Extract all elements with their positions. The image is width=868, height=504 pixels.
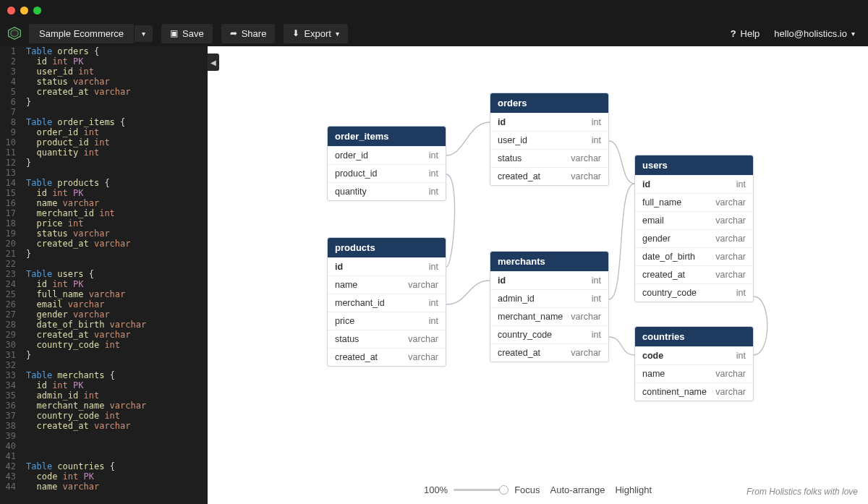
code-line[interactable]: 13 (0, 168, 208, 178)
code-line[interactable]: 18 price int (0, 218, 208, 228)
code-line[interactable]: 37 country_code int (0, 411, 208, 421)
code-line[interactable]: 34 id int PK (0, 380, 208, 390)
zoom-slider-track[interactable] (454, 489, 504, 491)
field-row[interactable]: merchant_namevarchar (490, 307, 608, 325)
code-line[interactable]: 22 (0, 259, 208, 269)
code-line[interactable]: 23Table users { (0, 269, 208, 279)
zoom-slider-thumb[interactable] (499, 485, 509, 495)
code-line[interactable]: 33Table merchants { (0, 370, 208, 380)
code-line[interactable]: 27 gender varchar (0, 309, 208, 320)
code-line[interactable]: 38 created_at varchar (0, 421, 208, 431)
field-row[interactable]: country_codeint (635, 283, 753, 302)
table-header[interactable]: products (328, 238, 446, 257)
field-row[interactable]: product_idint (328, 164, 446, 182)
code-line[interactable]: 7 (0, 107, 208, 117)
field-row[interactable]: created_atvarchar (490, 167, 608, 185)
field-row[interactable]: merchant_idint (328, 294, 446, 312)
code-line[interactable]: 3 user_id int (0, 67, 208, 77)
code-line[interactable]: 4 status varchar (0, 77, 208, 87)
window-minimize-icon[interactable] (20, 7, 28, 14)
table-users[interactable]: usersidintfull_namevarcharemailvarcharge… (634, 155, 754, 302)
field-row[interactable]: namevarchar (635, 364, 753, 383)
code-line[interactable]: 10 product_id int (0, 137, 208, 148)
table-header[interactable]: countries (635, 327, 753, 346)
code-line[interactable]: 41 (0, 451, 208, 461)
field-row[interactable]: idint (635, 175, 753, 193)
field-row[interactable]: user_idint (490, 131, 608, 149)
code-line[interactable]: 44 name varchar (0, 482, 208, 492)
field-row[interactable]: order_idint (328, 146, 446, 164)
code-editor[interactable]: 1Table orders {2 id int PK3 user_id int4… (0, 46, 208, 504)
table-orders[interactable]: ordersidintuser_idintstatusvarcharcreate… (490, 93, 609, 186)
window-close-icon[interactable] (7, 7, 15, 14)
field-row[interactable]: statusvarchar (490, 149, 608, 167)
code-line[interactable]: 39 (0, 431, 208, 441)
code-line[interactable]: 12} (0, 158, 208, 168)
field-row[interactable]: created_atvarchar (328, 348, 446, 366)
field-row[interactable]: admin_idint (490, 289, 608, 307)
field-row[interactable]: full_namevarchar (635, 193, 753, 211)
field-row[interactable]: created_atvarchar (635, 265, 753, 283)
field-row[interactable]: idint (490, 113, 608, 131)
save-button[interactable]: ▣ Save (161, 24, 213, 43)
focus-button[interactable]: Focus (514, 484, 540, 495)
code-line[interactable]: 14Table products { (0, 178, 208, 188)
zoom-control[interactable]: 100% (424, 484, 504, 495)
collapse-editor-handle[interactable]: ◀ (208, 54, 219, 71)
field-row[interactable]: quantityint (328, 182, 446, 200)
code-line[interactable]: 29 created_at varchar (0, 330, 208, 340)
field-row[interactable]: continent_namevarchar (635, 383, 753, 401)
code-line[interactable]: 15 id int PK (0, 188, 208, 198)
auto-arrange-button[interactable]: Auto-arrange (550, 484, 605, 495)
code-line[interactable]: 20 created_at varchar (0, 239, 208, 249)
code-line[interactable]: 21} (0, 249, 208, 259)
code-line[interactable]: 43 code int PK (0, 471, 208, 482)
code-line[interactable]: 17 merchant_id int (0, 208, 208, 218)
field-row[interactable]: gendervarchar (635, 229, 753, 247)
field-row[interactable]: idint (328, 257, 446, 276)
highlight-button[interactable]: Highlight (615, 484, 652, 495)
code-line[interactable]: 42Table countries { (0, 461, 208, 471)
code-line[interactable]: 16 name varchar (0, 198, 208, 208)
table-merchants[interactable]: merchantsidintadmin_idintmerchant_nameva… (490, 251, 609, 362)
table-header[interactable]: users (635, 155, 753, 175)
field-row[interactable]: idint (490, 271, 608, 289)
code-line[interactable]: 2 id int PK (0, 56, 208, 67)
table-order-items[interactable]: order_itemsorder_idintproduct_idintquant… (327, 126, 446, 201)
project-dropdown-icon[interactable]: ▾ (134, 25, 153, 42)
field-row[interactable]: codeint (635, 346, 753, 364)
table-countries[interactable]: countriescodeintnamevarcharcontinent_nam… (634, 326, 754, 401)
code-line[interactable]: 31} (0, 350, 208, 360)
code-line[interactable]: 5 created_at varchar (0, 87, 208, 97)
field-row[interactable]: country_codeint (490, 325, 608, 343)
code-line[interactable]: 24 id int PK (0, 279, 208, 289)
code-line[interactable]: 6} (0, 97, 208, 107)
export-button[interactable]: ⬇ Export ▾ (284, 24, 348, 43)
table-header[interactable]: order_items (328, 127, 446, 146)
help-button[interactable]: ? Help (731, 28, 760, 39)
diagram-canvas[interactable]: order_itemsorder_idintproduct_idintquant… (208, 46, 868, 504)
project-name[interactable]: Sample Ecommerce (29, 24, 134, 43)
field-row[interactable]: priceint (328, 312, 446, 330)
code-line[interactable]: 19 status varchar (0, 228, 208, 239)
share-button[interactable]: ➦ Share (221, 24, 276, 43)
code-line[interactable]: 30 country_code int (0, 340, 208, 350)
code-line[interactable]: 8Table order_items { (0, 117, 208, 127)
field-row[interactable]: created_atvarchar (490, 343, 608, 362)
code-line[interactable]: 1Table orders { (0, 46, 208, 56)
code-line[interactable]: 26 email varchar (0, 299, 208, 309)
table-header[interactable]: merchants (490, 252, 608, 271)
field-row[interactable]: date_of_birthvarchar (635, 247, 753, 265)
code-line[interactable]: 40 (0, 441, 208, 451)
code-line[interactable]: 32 (0, 360, 208, 370)
table-products[interactable]: productsidintnamevarcharmerchant_idintpr… (327, 237, 446, 367)
code-line[interactable]: 11 quantity int (0, 148, 208, 158)
table-header[interactable]: orders (490, 93, 608, 113)
window-zoom-icon[interactable] (33, 7, 41, 14)
field-row[interactable]: namevarchar (328, 276, 446, 294)
field-row[interactable]: emailvarchar (635, 211, 753, 229)
code-line[interactable]: 36 merchant_name varchar (0, 401, 208, 411)
code-line[interactable]: 35 admin_id int (0, 390, 208, 401)
field-row[interactable]: statusvarchar (328, 330, 446, 348)
code-line[interactable]: 9 order_id int (0, 127, 208, 137)
